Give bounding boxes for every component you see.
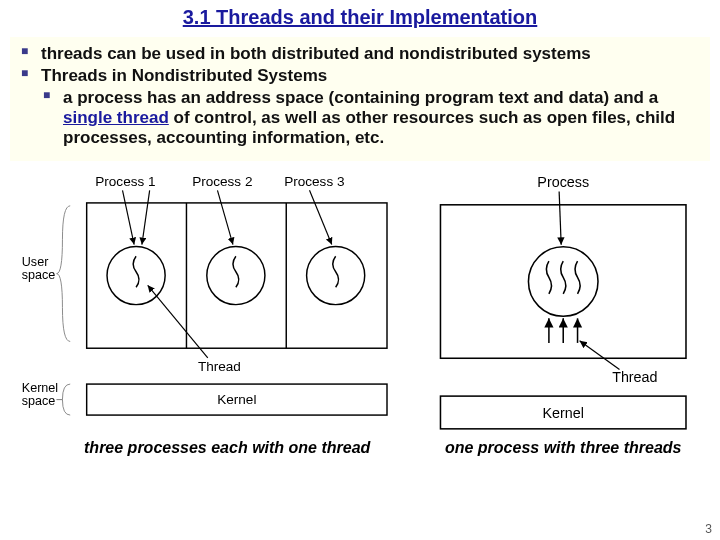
process-2-circle [207, 247, 265, 305]
process-3-circle [307, 247, 365, 305]
svg-line-20 [579, 341, 619, 370]
bullet-2a: a process has an address space (containi… [41, 88, 701, 148]
page-number: 3 [705, 522, 712, 536]
svg-line-7 [142, 190, 150, 244]
svg-line-16 [559, 192, 561, 245]
content-area: threads can be used in both distributed … [10, 37, 710, 161]
svg-point-15 [528, 247, 598, 317]
bullet-2-text: Threads in Nondistributed Systems [41, 66, 327, 85]
svg-rect-0 [87, 203, 387, 348]
thread-label-right: Thread [612, 369, 657, 385]
svg-point-4 [207, 247, 265, 305]
diagram-one-process: Process Thread Kernel [420, 169, 706, 435]
svg-text:Kernelspace: Kernelspace [22, 381, 58, 409]
kernel-label-right: Kernel [542, 405, 583, 421]
caption-left: three processes each with one thread [14, 439, 420, 457]
proc1-label: Process 1 [95, 174, 155, 189]
kernel-label-left: Kernel [217, 392, 256, 407]
bullet-1: threads can be used in both distributed … [19, 44, 701, 64]
svg-line-6 [123, 190, 135, 244]
diagram-three-processes: Process 1 Process 2 Process 3 [14, 169, 402, 435]
bullet-2: Threads in Nondistributed Systems a proc… [19, 66, 701, 148]
caption-right: one process with three threads [420, 439, 706, 457]
proc3-label: Process 3 [284, 174, 344, 189]
single-thread-phrase: single thread [63, 108, 169, 127]
svg-line-8 [217, 190, 233, 244]
bullet-2a-pre: a process has an address space (containi… [63, 88, 658, 107]
proc2-label: Process 2 [192, 174, 252, 189]
svg-text:Userspace: Userspace [22, 255, 56, 283]
thread-label-left: Thread [198, 359, 241, 374]
svg-line-9 [309, 190, 331, 244]
svg-point-5 [307, 247, 365, 305]
slide-title: 3.1 Threads and their Implementation [10, 6, 710, 29]
svg-line-10 [148, 285, 208, 358]
process-circle-right [528, 247, 598, 317]
process-label-right: Process [537, 174, 589, 190]
